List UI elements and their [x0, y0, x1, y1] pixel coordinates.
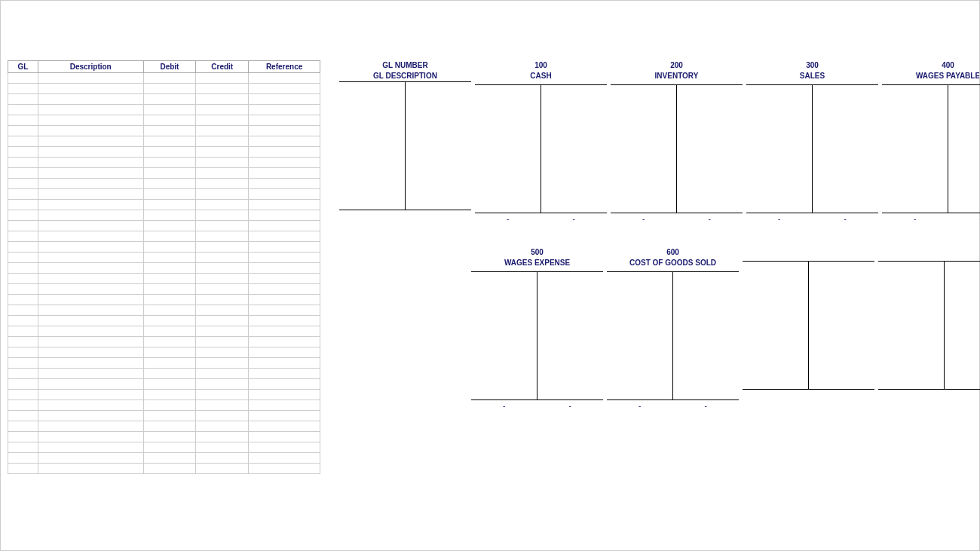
t-account-100-lines [475, 84, 607, 213]
t-account-100: 100 CASH - - [475, 60, 607, 225]
t-account-500-body: - - [471, 271, 603, 412]
t-account-500-debit-total: - [471, 399, 537, 412]
t-account-500-credit-total: - [537, 399, 604, 412]
t-account-200-body: - - [611, 84, 743, 225]
gl-label-left [339, 81, 406, 210]
t-account-200-lines [611, 84, 743, 213]
t-account-600-credit-col [673, 271, 740, 399]
t-account-200-total: - - [611, 213, 743, 225]
t-accounts-row-1: GL NUMBER GL DESCRIPTION 100 CASH [339, 60, 980, 225]
t-account-300-credit-total: - [813, 213, 879, 225]
t-account-100-body: - - [475, 84, 607, 225]
t-account-500-lines [471, 271, 603, 399]
t-account-300-total: - - [746, 213, 878, 225]
t-account-400-total: - - [882, 213, 980, 225]
t-account-600-lines [607, 271, 739, 399]
t-account-500-debit-col [471, 271, 537, 399]
gl-label-column: GL NUMBER GL DESCRIPTION [339, 60, 471, 213]
t-account-100-debit-total: - [475, 213, 541, 225]
gl-label-right [406, 81, 472, 210]
t-account-400-credit-total: - [948, 213, 981, 225]
t-account-100-debit-col [475, 84, 541, 213]
t-account-400: 400 WAGES PAYABLE - - [882, 60, 980, 225]
t-account-300-body: - - [746, 84, 878, 225]
t-account-200-debit-total: - [611, 213, 677, 225]
t-account-300-debit-col [746, 84, 813, 213]
t-account-400-debit-col [882, 84, 948, 213]
t-account-200-credit-col [677, 84, 743, 213]
t-account-300-debit-total: - [746, 213, 813, 225]
t-account-100-credit-total: - [541, 213, 608, 225]
t-account-600: 600 COST OF GOODS SOLD - - [607, 247, 739, 412]
t-account-100-credit-col [541, 84, 608, 213]
t-account-400-lines [882, 84, 980, 213]
t-account-empty-2 [878, 247, 980, 393]
t-account-600-body: - - [607, 271, 739, 412]
t-account-300-credit-col [813, 84, 879, 213]
t-account-200-debit-col [611, 84, 677, 213]
t-account-empty-1 [743, 247, 874, 393]
t-account-200: 200 INVENTORY - - [611, 60, 743, 225]
t-account-600-total: - - [607, 399, 739, 412]
t-account-500: 500 WAGES EXPENSE - - [471, 247, 603, 412]
t-account-400-body: - - [882, 84, 980, 225]
t-account-600-credit-total: - [673, 399, 740, 412]
t-account-600-debit-col [607, 271, 673, 399]
t-account-600-debit-total: - [607, 399, 673, 412]
t-account-400-credit-col [948, 84, 981, 213]
t-account-300-lines [746, 84, 878, 213]
t-account-400-debit-total: - [882, 213, 948, 225]
gl-label-lines [339, 81, 471, 210]
t-account-100-total: - - [475, 213, 607, 225]
t-account-500-credit-col [537, 271, 604, 399]
t-account-500-total: - - [471, 399, 603, 412]
t-account-300: 300 SALES - - [746, 60, 878, 225]
t-account-200-credit-total: - [677, 213, 743, 225]
